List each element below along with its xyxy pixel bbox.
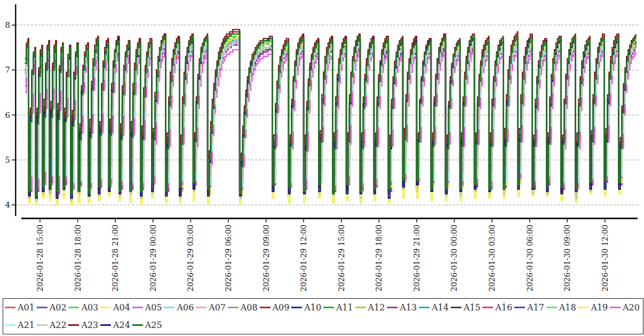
legend-swatch-A07 (196, 307, 206, 308)
legend-label: A23 (81, 321, 98, 330)
legend-label: A20 (623, 303, 640, 312)
ytick-label: 4 (5, 200, 10, 210)
legend-swatch-A18 (546, 307, 557, 308)
legend-label: A22 (50, 321, 67, 330)
legend-item-A22: A22 (37, 317, 69, 333)
legend-label: A18 (559, 303, 576, 312)
xtick-label: 2026-01-29 03:00 (186, 225, 195, 292)
legend-item-A25: A25 (132, 317, 164, 333)
legend-swatch-A23 (68, 324, 79, 326)
legend-label: A01 (18, 303, 35, 312)
legend-label: A24 (113, 321, 130, 330)
legend-item-A15: A15 (451, 300, 483, 316)
legend-item-A13: A13 (387, 300, 419, 316)
legend-swatch-A02 (37, 307, 47, 308)
xtick-label: 2026-01-29 18:00 (375, 225, 383, 292)
chart-legend: A01A02A03A04A05A06A07A08A09A10A11A12A13A… (3, 298, 643, 334)
legend-swatch-A09 (260, 307, 271, 308)
xtick-label: 2026-01-29 21:00 (412, 225, 421, 292)
legend-label: A04 (113, 303, 130, 312)
legend-swatch-A19 (578, 307, 589, 308)
xtick-label: 2026-01-29 00:00 (149, 225, 157, 292)
chart-root: 456782026-01-28 15:002026-01-28 18:00202… (0, 0, 644, 336)
legend-item-A05: A05 (132, 300, 164, 316)
xtick-label: 2026-01-29 12:00 (299, 225, 308, 292)
xtick-label: 2026-01-30 06:00 (526, 225, 534, 292)
legend-swatch-A17 (514, 307, 525, 308)
legend-label: A11 (336, 303, 353, 312)
legend-swatch-A04 (100, 307, 111, 308)
legend-item-A06: A06 (164, 300, 196, 316)
legend-swatch-A14 (419, 307, 430, 308)
xtick-label: 2026-01-29 15:00 (337, 225, 346, 292)
legend-label: A10 (304, 303, 321, 312)
xtick-label: 2026-01-28 18:00 (74, 225, 82, 292)
legend-swatch-A21 (5, 324, 15, 326)
xtick-label: 2026-01-29 09:00 (262, 225, 271, 292)
legend-item-A23: A23 (68, 317, 100, 333)
plot-canvas: 456782026-01-28 15:002026-01-28 18:00202… (0, 0, 644, 298)
legend-swatch-A24 (100, 324, 111, 326)
legend-item-A08: A08 (228, 300, 260, 316)
xtick-label: 2026-01-30 12:00 (601, 225, 609, 292)
legend-item-A14: A14 (419, 300, 451, 316)
legend-label: A13 (400, 303, 417, 312)
legend-swatch-A11 (323, 307, 334, 308)
legend-swatch-A20 (610, 307, 621, 308)
legend-label: A25 (145, 321, 162, 330)
legend-swatch-A10 (291, 307, 302, 308)
legend-swatch-A06 (164, 307, 174, 308)
legend-item-A20: A20 (610, 300, 642, 316)
legend-item-A10: A10 (291, 300, 323, 316)
legend-item-A01: A01 (5, 300, 37, 316)
series-line-A20 (25, 50, 636, 189)
legend-item-A04: A04 (100, 300, 132, 316)
legend-item-A24: A24 (100, 317, 132, 333)
xtick-label: 2026-01-28 21:00 (111, 225, 120, 292)
legend-item-A07: A07 (196, 300, 228, 316)
ytick-label: 8 (5, 20, 10, 30)
legend-label: A19 (591, 303, 608, 312)
xtick-label: 2026-01-30 03:00 (488, 225, 496, 292)
legend-label: A17 (527, 303, 544, 312)
legend-label: A03 (81, 303, 98, 312)
legend-label: A12 (368, 303, 385, 312)
ytick-label: 7 (5, 65, 10, 75)
legend-label: A06 (177, 303, 194, 312)
legend-label: A16 (495, 303, 512, 312)
legend-label: A14 (432, 303, 449, 312)
legend-item-A16: A16 (482, 300, 514, 316)
legend-swatch-A16 (482, 307, 493, 308)
legend-label: A08 (241, 303, 258, 312)
xtick-label: 2026-01-28 15:00 (36, 225, 44, 292)
ytick-label: 6 (5, 110, 10, 120)
legend-item-A02: A02 (37, 300, 69, 316)
legend-label: A21 (18, 321, 35, 330)
legend-item-A17: A17 (514, 300, 546, 316)
legend-swatch-A22 (37, 324, 47, 326)
legend-item-A12: A12 (355, 300, 387, 316)
legend-item-A11: A11 (323, 300, 355, 316)
legend-item-A18: A18 (546, 300, 578, 316)
legend-swatch-A08 (228, 307, 238, 308)
xtick-label: 2026-01-29 06:00 (224, 225, 233, 292)
legend-item-A19: A19 (578, 300, 610, 316)
legend-swatch-A12 (355, 307, 366, 308)
legend-item-A09: A09 (260, 300, 292, 316)
legend-swatch-A13 (387, 307, 397, 308)
legend-swatch-A03 (68, 307, 79, 308)
xtick-label: 2026-01-30 00:00 (450, 225, 458, 292)
legend-swatch-A25 (132, 324, 143, 326)
legend-label: A15 (464, 303, 481, 312)
legend-label: A07 (209, 303, 226, 312)
legend-label: A02 (50, 303, 67, 312)
legend-swatch-A01 (5, 307, 15, 308)
legend-item-A03: A03 (68, 300, 100, 316)
legend-item-A21: A21 (5, 317, 37, 333)
x-axis-spine (21, 218, 638, 219)
xtick-label: 2026-01-30 09:00 (563, 225, 571, 292)
y-axis-spine (15, 4, 17, 216)
legend-label: A05 (145, 303, 162, 312)
legend-swatch-A15 (451, 307, 462, 308)
legend-label: A09 (273, 303, 290, 312)
